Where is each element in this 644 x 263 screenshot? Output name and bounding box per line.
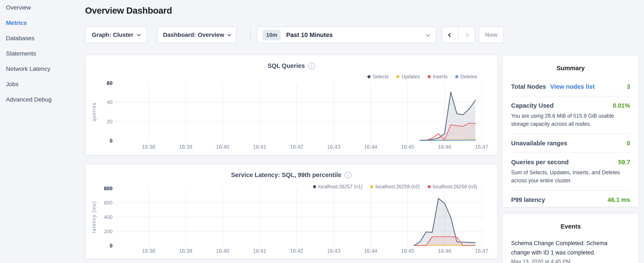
svg-text:16:45: 16:45	[401, 248, 414, 254]
svg-text:16:47: 16:47	[475, 144, 488, 150]
summary-divider	[511, 134, 630, 134]
svg-text:600: 600	[104, 200, 112, 205]
sidebar-item-jobs[interactable]: Jobs	[0, 77, 85, 92]
time-window-badge: 10m	[263, 30, 281, 40]
summary-row-value: 46.1 ms	[608, 196, 630, 203]
svg-text:16:45: 16:45	[401, 144, 414, 150]
prev-time-button[interactable]	[442, 27, 458, 43]
service-latency-chart-card: Service Latency: SQL, 99th percentile i …	[85, 164, 498, 259]
svg-text:16:47: 16:47	[475, 248, 488, 254]
svg-text:200: 200	[104, 228, 112, 234]
sidebar-item-metrics[interactable]: Metrics	[0, 15, 85, 31]
summary-row-value: 0.01%	[613, 102, 630, 109]
graph-dropdown-label: Graph: Cluster	[92, 32, 133, 38]
svg-text:20: 20	[107, 119, 112, 124]
sidebar: OverviewMetricsDatabasesStatementsNetwor…	[0, 0, 85, 263]
sidebar-item-overview[interactable]: Overview	[0, 0, 85, 15]
svg-text:0: 0	[110, 243, 112, 248]
svg-text:16:42: 16:42	[290, 248, 304, 254]
svg-text:16:43: 16:43	[327, 144, 340, 150]
summary-row: Queries per second59.7	[511, 159, 630, 166]
sidebar-item-advanced-debug[interactable]: Advanced Debug	[0, 92, 85, 107]
next-time-button[interactable]	[458, 27, 474, 43]
svg-text:16:42: 16:42	[290, 144, 304, 150]
summary-row: P99 latency46.1 ms	[511, 196, 630, 203]
time-window-selector[interactable]: 10m Past 10 Minutes	[257, 27, 436, 43]
sidebar-item-statements[interactable]: Statements	[0, 46, 85, 61]
svg-text:400: 400	[104, 214, 112, 220]
svg-text:queries: queries	[91, 102, 97, 121]
svg-text:16:44: 16:44	[364, 144, 378, 150]
sidebar-item-databases[interactable]: Databases	[0, 31, 85, 46]
svg-text:16:40: 16:40	[216, 248, 230, 254]
events-panel: Events Schema Change Completed: Schema c…	[502, 213, 639, 263]
summary-row-label: Unavailable ranges	[511, 140, 567, 147]
dashboard-dropdown[interactable]: Dashboard: Overview	[157, 27, 236, 43]
summary-divider	[511, 153, 630, 153]
summary-title: Summary	[511, 65, 630, 72]
summary-row-label: Queries per second	[511, 159, 569, 166]
sidebar-item-network-latency[interactable]: Network Latency	[0, 61, 85, 77]
svg-text:60: 60	[107, 80, 112, 86]
service-latency-plot: 020040060080016:3816:3916:4016:4116:4216…	[86, 164, 497, 259]
summary-panel: Summary Total NodesView nodes list3Capac…	[502, 55, 639, 207]
sql-queries-plot: 020406016:3816:3916:4016:4116:4216:4316:…	[86, 55, 497, 155]
chevron-down-icon	[137, 32, 140, 36]
now-button-label: Now	[485, 32, 498, 38]
view-nodes-list-link[interactable]: View nodes list	[550, 83, 595, 90]
svg-text:16:46: 16:46	[438, 248, 451, 254]
page-title: Overview Dashboard	[85, 6, 172, 16]
chevron-down-icon	[228, 32, 231, 36]
summary-row-value: 0	[627, 140, 630, 147]
svg-text:16:38: 16:38	[142, 248, 156, 254]
summary-row: Total NodesView nodes list3	[511, 83, 630, 90]
summary-row-value: 59.7	[618, 159, 630, 166]
dashboard-dropdown-label: Dashboard: Overview	[163, 32, 224, 38]
summary-row: Capacity Used0.01%	[511, 102, 630, 109]
svg-text:latency (ms): latency (ms)	[91, 201, 97, 233]
controls-divider	[250, 27, 251, 43]
svg-text:16:41: 16:41	[253, 144, 266, 150]
events-title: Events	[511, 223, 630, 230]
svg-text:16:40: 16:40	[216, 144, 230, 150]
event-text: Schema Change Completed: Schema change w…	[511, 238, 620, 257]
svg-text:16:46: 16:46	[438, 144, 451, 150]
svg-text:16:41: 16:41	[253, 248, 266, 254]
svg-text:16:43: 16:43	[327, 248, 340, 254]
chevron-down-icon	[426, 33, 430, 36]
chevron-left-icon	[448, 33, 452, 37]
now-button[interactable]: Now	[479, 27, 504, 43]
summary-row-description: Sum of Selects, Updates, Inserts, and De…	[511, 168, 630, 184]
summary-row-label: P99 latency	[511, 196, 545, 203]
event-timestamp: May 13, 2020 at 4:45 PM	[511, 258, 630, 263]
sql-queries-chart-card: SQL Queries i SelectsUpdatesInsertsDelet…	[85, 55, 498, 155]
time-window-label: Past 10 Minutes	[286, 32, 333, 39]
svg-text:16:39: 16:39	[179, 144, 192, 150]
graph-dropdown[interactable]: Graph: Cluster	[85, 27, 147, 43]
svg-text:800: 800	[104, 185, 112, 191]
summary-row: Unavailable ranges0	[511, 140, 630, 147]
time-pager	[442, 27, 475, 43]
summary-row-description: You are using 28.6 MiB of 515.9 GiB usab…	[511, 112, 630, 128]
summary-row-label: Capacity Used	[511, 102, 554, 109]
svg-text:40: 40	[107, 99, 112, 105]
summary-divider	[511, 190, 630, 191]
summary-row-label: Total Nodes	[511, 83, 546, 90]
svg-text:16:44: 16:44	[364, 248, 378, 254]
svg-text:0: 0	[110, 138, 112, 144]
svg-text:16:38: 16:38	[142, 144, 156, 150]
summary-divider	[511, 96, 630, 96]
svg-text:16:39: 16:39	[179, 248, 192, 254]
summary-row-value: 3	[627, 83, 630, 90]
chevron-right-icon	[464, 33, 469, 37]
